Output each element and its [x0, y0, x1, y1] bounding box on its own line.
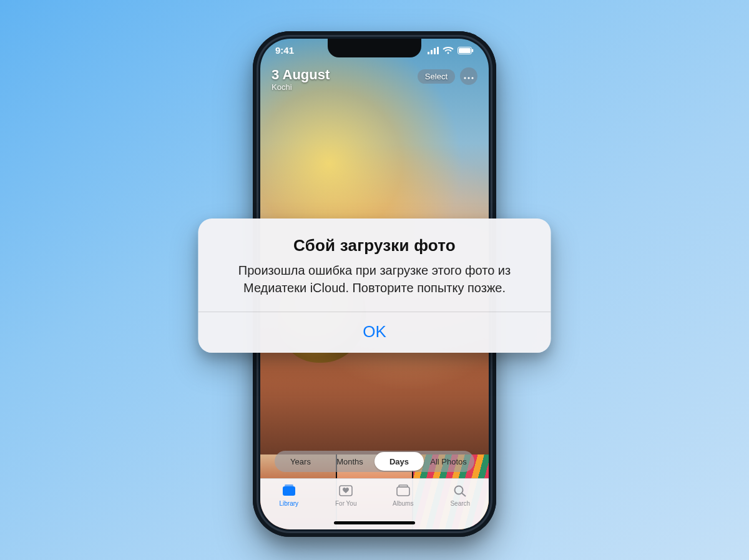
segment-years[interactable]: Years — [276, 452, 325, 471]
alert-title: Сбой загрузки фото — [218, 236, 531, 255]
heart-icon — [338, 484, 354, 499]
alert-ok-button[interactable]: OK — [198, 312, 551, 353]
status-time: 9:41 — [275, 45, 294, 56]
tab-library[interactable]: Library — [267, 484, 311, 507]
tab-albums[interactable]: Albums — [381, 484, 425, 507]
albums-icon — [395, 484, 411, 499]
home-indicator[interactable] — [334, 521, 415, 524]
svg-point-8 — [464, 77, 466, 79]
more-button[interactable] — [460, 67, 477, 85]
svg-rect-6 — [459, 48, 471, 53]
svg-rect-15 — [399, 485, 408, 487]
svg-rect-1 — [431, 50, 433, 54]
svg-rect-7 — [472, 49, 473, 52]
select-button[interactable]: Select — [418, 69, 455, 84]
svg-rect-12 — [285, 484, 293, 486]
segment-all-photos[interactable]: All Photos — [424, 452, 473, 471]
segment-days[interactable]: Days — [374, 452, 424, 471]
photos-header: 3 August Kochi Select — [260, 67, 489, 92]
time-scope-segment[interactable]: Years Months Days All Photos — [275, 451, 474, 472]
svg-point-16 — [455, 486, 463, 494]
search-icon — [452, 484, 468, 499]
library-icon — [281, 484, 297, 499]
tab-for-you[interactable]: For You — [324, 484, 368, 507]
svg-point-4 — [448, 52, 449, 54]
svg-point-9 — [468, 77, 469, 79]
svg-rect-3 — [437, 47, 439, 54]
svg-rect-14 — [397, 487, 409, 496]
wifi-icon — [443, 47, 454, 54]
cellular-icon — [428, 47, 439, 54]
tab-search[interactable]: Search — [438, 484, 482, 507]
svg-rect-2 — [434, 48, 436, 54]
svg-rect-11 — [283, 486, 295, 496]
ellipsis-icon — [464, 71, 474, 82]
header-date: 3 August — [272, 67, 330, 82]
segment-months[interactable]: Months — [325, 452, 374, 471]
svg-rect-0 — [428, 52, 429, 54]
tab-label: Search — [450, 500, 470, 507]
error-alert: Сбой загрузки фото Произошла ошибка при … — [198, 219, 551, 353]
status-bar: 9:41 — [260, 45, 489, 56]
tab-label: Albums — [393, 500, 413, 507]
tab-label: Library — [279, 500, 298, 507]
battery-icon — [458, 47, 474, 54]
tab-label: For You — [335, 500, 356, 507]
header-location: Kochi — [272, 82, 330, 92]
alert-message: Произошла ошибка при загрузке этого фото… — [218, 262, 531, 297]
svg-point-10 — [471, 77, 473, 79]
svg-line-17 — [462, 493, 466, 496]
